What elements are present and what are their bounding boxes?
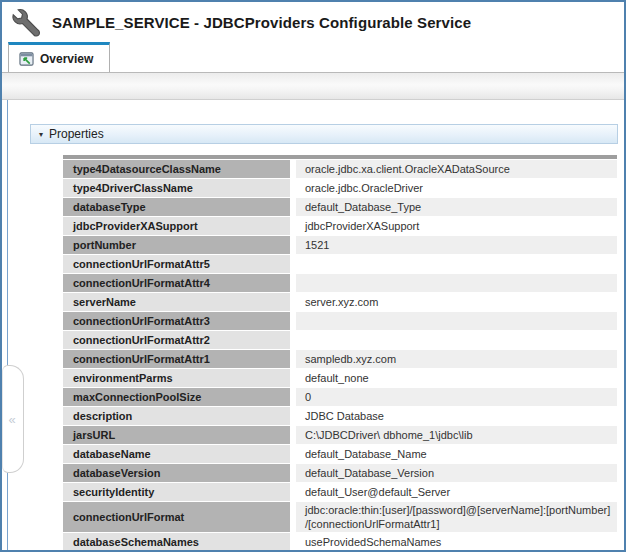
property-row: type4DatasourceClassNameoracle.jdbc.xa.c…	[63, 160, 617, 178]
property-name: connectionUrlFormatAttr3	[63, 312, 290, 330]
property-name: type4DatasourceClassName	[63, 160, 290, 178]
property-row: serverNameserver.xyz.com	[63, 293, 617, 311]
property-row: descriptionJDBC Database	[63, 407, 617, 425]
property-row: connectionUrlFormatAttr2	[63, 331, 617, 349]
property-value: 1521	[296, 236, 617, 254]
property-value: default_none	[296, 369, 617, 387]
property-name: environmentParms	[63, 369, 290, 387]
section-collapse-triangle-icon: ▾	[39, 130, 43, 139]
tab-overview[interactable]: Overview	[8, 42, 110, 72]
property-row: databaseSchemaNamesuseProvidedSchemaName…	[63, 533, 617, 551]
property-value	[296, 331, 617, 349]
property-name: type4DriverClassName	[63, 179, 290, 197]
property-name: connectionUrlFormatAttr2	[63, 331, 290, 349]
overview-window-icon	[19, 52, 34, 66]
property-row: databaseVersiondefault_Database_Version	[63, 464, 617, 482]
property-name: maxConnectionPoolSize	[63, 388, 290, 406]
property-name: serverName	[63, 293, 290, 311]
property-value: default_Database_Version	[296, 464, 617, 482]
property-row: connectionUrlFormatAttr1sampledb.xyz.com	[63, 350, 617, 368]
property-name: description	[63, 407, 290, 425]
property-value: default_Database_Type	[296, 198, 617, 216]
property-row: databaseNamedefault_Database_Name	[63, 445, 617, 463]
property-name: jdbcProviderXASupport	[63, 217, 290, 235]
property-row: connectionUrlFormatAttr5	[63, 255, 617, 273]
page-header: SAMPLE_SERVICE - JDBCProviders Configura…	[2, 2, 624, 42]
property-row: maxConnectionPoolSize0	[63, 388, 617, 406]
property-value	[296, 312, 617, 330]
page-title: SAMPLE_SERVICE - JDBCProviders Configura…	[52, 14, 471, 31]
header-band	[2, 73, 624, 100]
property-name: databaseName	[63, 445, 290, 463]
tab-overview-label: Overview	[40, 52, 93, 66]
content-pane: « ▾ Properties type4DatasourceClassNameo…	[2, 100, 624, 551]
property-name: connectionUrlFormat	[63, 502, 290, 532]
property-name: databaseVersion	[63, 464, 290, 482]
property-name: connectionUrlFormatAttr1	[63, 350, 290, 368]
property-name: jarsURL	[63, 426, 290, 444]
property-value: sampledb.xyz.com	[296, 350, 617, 368]
property-row: connectionUrlFormatAttr4	[63, 274, 617, 292]
property-row: databaseTypedefault_Database_Type	[63, 198, 617, 216]
property-name: connectionUrlFormatAttr5	[63, 255, 290, 273]
property-name: databaseType	[63, 198, 290, 216]
property-value	[296, 255, 617, 273]
property-value: 0	[296, 388, 617, 406]
property-value: jdbcProviderXASupport	[296, 217, 617, 235]
property-row: environmentParmsdefault_none	[63, 369, 617, 387]
property-value: jdbc:oracle:thin:[user]/[password]@[serv…	[296, 502, 617, 532]
collapse-chevron-icon: «	[8, 413, 15, 426]
properties-section-label: Properties	[49, 127, 104, 141]
property-row: connectionUrlFormatjdbc:oracle:thin:[use…	[63, 502, 617, 532]
property-name: connectionUrlFormatAttr4	[63, 274, 290, 292]
property-value: default_User@default_Server	[296, 483, 617, 501]
property-value: server.xyz.com	[296, 293, 617, 311]
property-row: connectionUrlFormatAttr3	[63, 312, 617, 330]
properties-section-header[interactable]: ▾ Properties	[30, 124, 618, 144]
property-value: oracle.jdbc.OracleDriver	[296, 179, 617, 197]
wrench-icon	[8, 5, 46, 39]
property-row: jarsURLC:\JDBCDriver\ dbhome_1\jdbc\lib	[63, 426, 617, 444]
property-row: type4DriverClassNameoracle.jdbc.OracleDr…	[63, 179, 617, 197]
property-row: jdbcProviderXASupportjdbcProviderXASuppo…	[63, 217, 617, 235]
property-row: portNumber1521	[63, 236, 617, 254]
property-value: useProvidedSchemaNames	[296, 533, 617, 551]
tab-strip: Overview	[2, 42, 624, 73]
property-name: securityIdentity	[63, 483, 290, 501]
property-value	[296, 274, 617, 292]
property-row: securityIdentitydefault_User@default_Ser…	[63, 483, 617, 501]
property-name: portNumber	[63, 236, 290, 254]
properties-table-rows: type4DatasourceClassNameoracle.jdbc.xa.c…	[63, 160, 617, 551]
property-value: default_Database_Name	[296, 445, 617, 463]
configurable-service-window: SAMPLE_SERVICE - JDBCProviders Configura…	[0, 0, 626, 552]
property-value: JDBC Database	[296, 407, 617, 425]
property-value: oracle.jdbc.xa.client.OracleXADataSource	[296, 160, 617, 178]
property-value: C:\JDBCDriver\ dbhome_1\jdbc\lib	[296, 426, 617, 444]
table-top-border	[63, 155, 617, 159]
pane-collapse-handle[interactable]: «	[2, 365, 24, 473]
properties-table: type4DatasourceClassNameoracle.jdbc.xa.c…	[63, 155, 617, 552]
property-name: databaseSchemaNames	[63, 533, 290, 551]
